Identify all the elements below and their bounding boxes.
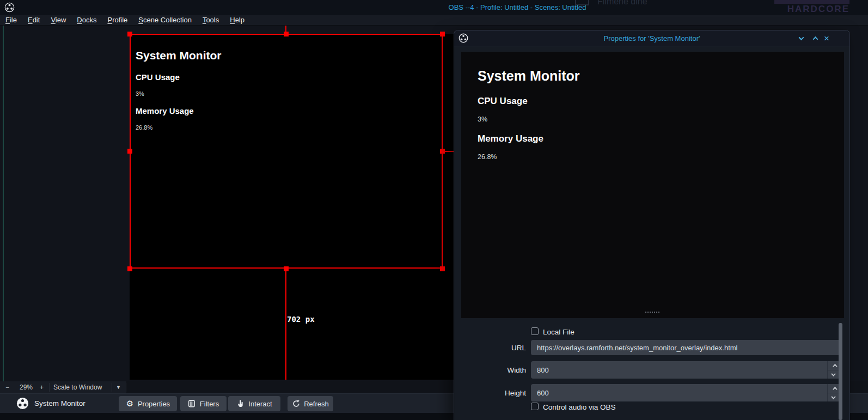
zoom-level-value: 29% [20, 384, 33, 391]
resize-handle-mid-left[interactable] [127, 149, 132, 154]
preview-mem-value: 26.8% [478, 153, 497, 161]
menu-tools[interactable]: Tools [197, 16, 224, 25]
width-label: Width [474, 366, 526, 374]
chevron-up-icon [833, 387, 837, 391]
interact-button[interactable]: Interact [228, 396, 280, 411]
obs-main-window: Filmene dine OBS --4 - Profile: Untitled… [0, 0, 868, 420]
ghost-hardcore-text: HARDCORE [761, 4, 849, 15]
separator [126, 383, 126, 392]
menu-view[interactable]: View [45, 16, 71, 25]
preview-mem-label: Memory Usage [478, 133, 543, 144]
resize-handle-top-right[interactable] [440, 32, 445, 36]
selected-source-name: System Monitor [34, 399, 85, 407]
filters-button[interactable]: Filters [180, 396, 227, 411]
scale-mode-caret-icon[interactable]: ▼ [116, 385, 121, 390]
resize-handle-bottom-center[interactable] [284, 266, 289, 271]
control-audio-label: Control audio via OBS [543, 403, 616, 411]
dialog-titlebar[interactable]: Properties for 'System Monitor' × [454, 31, 849, 46]
hand-pointer-icon [236, 400, 244, 408]
gear-icon: ⚙ [126, 400, 134, 408]
menu-file[interactable]: File [5, 16, 22, 25]
obs-logo-icon [4, 2, 15, 13]
local-file-checkbox[interactable] [531, 327, 539, 335]
ghost-logo-fragment [774, 0, 849, 4]
menu-scene-collection[interactable]: Scene Collection [133, 16, 197, 25]
dialog-close-button[interactable]: × [821, 33, 832, 44]
separator [112, 383, 112, 392]
resize-handle-top-left[interactable] [127, 32, 132, 36]
menu-profile[interactable]: Profile [102, 16, 133, 25]
zoom-out-button[interactable]: − [5, 384, 9, 391]
scale-mode-selector[interactable]: Scale to Window [53, 384, 102, 391]
guide-line-bottom [285, 269, 286, 380]
chevron-up-icon [833, 364, 837, 368]
height-label: Height [474, 389, 526, 397]
url-label: URL [474, 344, 526, 352]
window-title: OBS --4 - Profile: Untitled - Scenes: Un… [381, 3, 653, 11]
chevron-up-icon [812, 36, 818, 41]
preview-title: System Monitor [478, 68, 580, 84]
width-input[interactable] [531, 361, 840, 379]
window-titlebar: Filmene dine OBS --4 - Profile: Untitled… [0, 0, 868, 15]
canvas-left-accent [3, 26, 4, 381]
control-audio-checkbox[interactable] [531, 403, 539, 410]
menu-help[interactable]: Help [224, 16, 250, 25]
resize-handle-mid-right[interactable] [440, 149, 445, 154]
interact-button-label: Interact [248, 400, 272, 408]
separator [49, 383, 50, 392]
dialog-shade-button[interactable] [796, 33, 806, 44]
filters-button-label: Filters [200, 400, 219, 408]
chevron-down-icon [831, 372, 835, 376]
splitter-handle-icon[interactable] [645, 312, 659, 313]
properties-dialog: Properties for 'System Monitor' × System… [454, 30, 850, 420]
height-measure-label: 702 px [287, 315, 315, 324]
height-input[interactable] [531, 384, 840, 401]
resize-handle-bottom-right[interactable] [440, 266, 445, 271]
dialog-scrollbar[interactable] [839, 323, 842, 420]
properties-button[interactable]: ⚙ Properties [119, 396, 177, 411]
chevron-down-icon [798, 35, 804, 40]
menu-bar: File Edit View Docks Profile Scene Colle… [0, 15, 868, 26]
url-input[interactable] [531, 340, 840, 355]
resize-handle-bottom-left[interactable] [127, 266, 132, 271]
source-selection-box[interactable] [130, 34, 443, 269]
resize-handle-top-center[interactable] [284, 32, 289, 36]
dialog-unshade-button[interactable] [810, 33, 821, 44]
obs-source-icon [16, 397, 29, 410]
menu-edit[interactable]: Edit [22, 16, 45, 25]
refresh-button-label: Refresh [304, 400, 329, 408]
preview-cpu-label: CPU Usage [478, 96, 528, 107]
preview-cpu-value: 3% [478, 115, 487, 123]
dialog-source-preview: System Monitor CPU Usage 3% Memory Usage… [461, 52, 844, 318]
menu-docks[interactable]: Docks [71, 16, 102, 25]
refresh-button[interactable]: Refresh [288, 396, 333, 411]
properties-button-label: Properties [138, 400, 170, 408]
chevron-down-icon [831, 394, 835, 399]
local-file-label: Local File [543, 328, 574, 336]
dialog-title: Properties for 'System Monitor' [454, 34, 849, 42]
refresh-icon [292, 400, 300, 408]
zoom-in-button[interactable]: + [40, 384, 44, 391]
filter-icon [188, 400, 196, 408]
